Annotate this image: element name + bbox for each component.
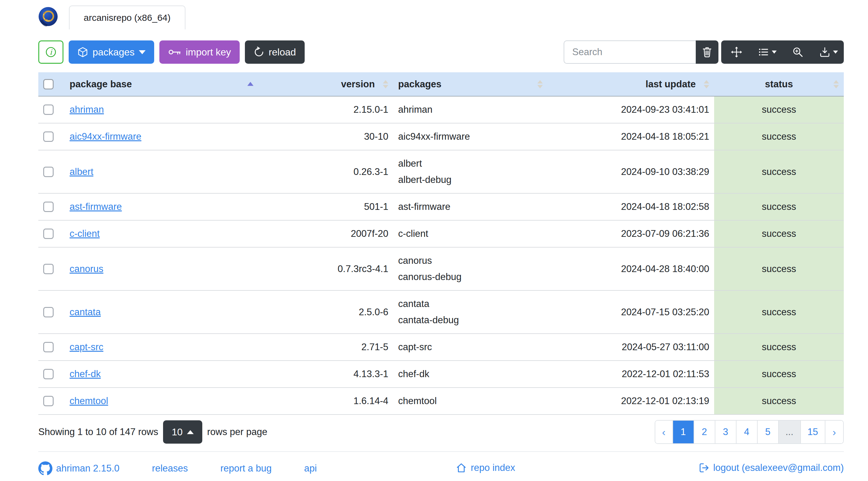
version-cell: 2.15.0-1: [258, 96, 393, 123]
row-checkbox[interactable]: [43, 307, 54, 317]
row-checkbox[interactable]: [43, 396, 54, 406]
package-base-link[interactable]: c-client: [69, 228, 100, 239]
page-size-value: 10: [172, 426, 183, 438]
box-icon: [77, 46, 88, 58]
list-icon: [758, 46, 769, 58]
packages-button-label: packages: [93, 46, 134, 58]
column-header-label: last update: [646, 79, 696, 90]
row-select-cell: [38, 247, 65, 290]
package-name: aic94xx-firmware: [398, 130, 543, 143]
table-row: aic94xx-firmware30-10aic94xx-firmware202…: [38, 123, 844, 150]
columns-dropdown-button[interactable]: [752, 40, 782, 64]
package-base-cell: chef-dk: [65, 361, 258, 388]
pagination-page-active[interactable]: 1: [673, 421, 694, 443]
package-base-link[interactable]: chemtool: [69, 395, 108, 406]
trash-icon: [702, 46, 712, 58]
table-row: canorus0.7.3rc3-4.1canoruscanorus-debug2…: [38, 247, 844, 290]
packages-cell: c-client: [393, 220, 548, 247]
row-checkbox[interactable]: [43, 167, 54, 177]
house-icon: [456, 462, 467, 474]
page-size-dropup-button[interactable]: 10: [163, 420, 202, 444]
pagination-page[interactable]: 3: [715, 421, 737, 443]
package-base-link[interactable]: ahriman: [69, 104, 104, 115]
packages-cell: canoruscanorus-debug: [393, 247, 548, 290]
package-name: ast-firmware: [398, 201, 543, 213]
github-icon: [38, 461, 53, 476]
package-base-link[interactable]: albert: [69, 166, 93, 177]
chevron-up-icon: [187, 430, 194, 434]
page: arcanisrepo (x86_64) i packages: [38, 0, 844, 478]
row-checkbox[interactable]: [43, 342, 54, 352]
package-base-link[interactable]: chef-dk: [69, 368, 101, 379]
search-input[interactable]: [564, 40, 696, 64]
column-header-status[interactable]: status: [714, 72, 844, 96]
footer: ahriman 2.15.0 releases report a bug api: [38, 459, 844, 478]
pagination-summary: Showing 1 to 10 of 147 rows: [38, 426, 158, 438]
version-link[interactable]: ahriman 2.15.0: [38, 461, 120, 476]
column-header-last-update[interactable]: last update: [548, 72, 714, 96]
row-select-cell: [38, 193, 65, 220]
pagination-prev[interactable]: ‹: [655, 421, 673, 443]
table-tools-group: [721, 40, 844, 64]
info-button[interactable]: i: [38, 40, 63, 64]
last-update-cell: 2024-09-23 03:41:01: [548, 96, 714, 123]
table-row: albert0.26.3-1albertalbert-debug2024-09-…: [38, 150, 844, 193]
column-header-version[interactable]: version: [258, 72, 393, 96]
package-base-cell: c-client: [65, 220, 258, 247]
logout-link[interactable]: logout (esalexeev@gmail.com): [698, 462, 844, 474]
table-row: ast-firmware501-1ast-firmware2024-04-18 …: [38, 193, 844, 220]
pagination-page[interactable]: 2: [694, 421, 715, 443]
tab-bar: arcanisrepo (x86_64): [38, 0, 844, 29]
package-name: albert-debug: [398, 174, 543, 186]
fullscreen-button[interactable]: [721, 40, 752, 64]
sort-icon: [833, 80, 839, 88]
package-base-link[interactable]: aic94xx-firmware: [69, 131, 141, 142]
reload-button[interactable]: reload: [245, 40, 305, 64]
version-cell: 501-1: [258, 193, 393, 220]
packages-cell: ahriman: [393, 96, 548, 123]
row-checkbox[interactable]: [43, 201, 54, 212]
select-all-checkbox[interactable]: [43, 79, 54, 90]
last-update-cell: 2024-04-18 18:05:21: [548, 123, 714, 150]
footer-right: logout (esalexeev@gmail.com): [698, 462, 844, 475]
package-base-cell: cantata: [65, 290, 258, 334]
clear-search-button[interactable]: [696, 40, 718, 64]
package-base-link[interactable]: ast-firmware: [69, 201, 122, 212]
version-cell: 2.5.0-6: [258, 290, 393, 334]
row-checkbox[interactable]: [43, 229, 54, 239]
table-row: ahriman2.15.0-1ahriman2024-09-23 03:41:0…: [38, 96, 844, 123]
repo-index-link[interactable]: repo index: [456, 462, 515, 474]
api-link[interactable]: api: [304, 463, 317, 474]
import-key-button[interactable]: import key: [159, 40, 240, 64]
row-checkbox[interactable]: [43, 369, 54, 379]
pagination-ellipsis[interactable]: ...: [779, 421, 801, 443]
packages-table: package base version packages last updat…: [38, 72, 844, 415]
row-checkbox[interactable]: [43, 264, 54, 274]
status-cell: success: [714, 96, 844, 123]
package-base-link[interactable]: canorus: [69, 263, 103, 274]
tab-repository[interactable]: arcanisrepo (x86_64): [69, 5, 185, 29]
column-header-package-base[interactable]: package base: [65, 72, 258, 96]
report-bug-link[interactable]: report a bug: [220, 463, 272, 474]
package-name: canorus: [398, 255, 543, 267]
releases-link[interactable]: releases: [152, 463, 188, 474]
row-checkbox[interactable]: [43, 131, 54, 142]
advanced-search-button[interactable]: [782, 40, 813, 64]
pagination-page[interactable]: 4: [737, 421, 758, 443]
package-name: chemtool: [398, 395, 543, 407]
export-dropdown-button[interactable]: [813, 40, 844, 64]
package-base-link[interactable]: capt-src: [69, 342, 103, 352]
toolbar: i packages import key: [38, 40, 844, 64]
pagination-next[interactable]: ›: [826, 421, 843, 443]
package-base-link[interactable]: cantata: [69, 307, 101, 317]
column-header-packages[interactable]: packages: [393, 72, 548, 96]
table-row: c-client2007f-20c-client2023-07-09 06:21…: [38, 220, 844, 247]
packages-dropdown-button[interactable]: packages: [69, 40, 154, 64]
version-cell: 30-10: [258, 123, 393, 150]
pagination-page[interactable]: 5: [758, 421, 779, 443]
row-checkbox[interactable]: [43, 104, 54, 115]
version-cell: 2.71-5: [258, 334, 393, 361]
pagination-page[interactable]: 15: [801, 421, 826, 443]
tab-title: arcanisrepo (x86_64): [84, 12, 171, 23]
chevron-down-icon: [139, 50, 146, 54]
